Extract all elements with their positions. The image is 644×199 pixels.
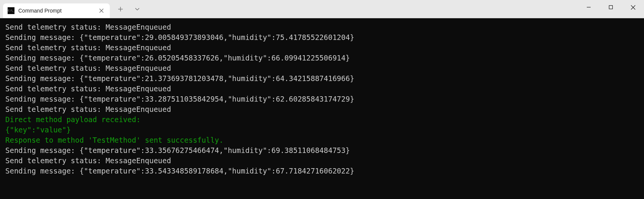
- terminal-line: Send telemetry status: MessageEnqueued: [5, 43, 639, 53]
- close-icon: [99, 8, 104, 13]
- terminal-line: Sending message: {"temperature":26.05205…: [5, 53, 639, 63]
- plus-icon: [118, 6, 123, 12]
- minimize-icon: [586, 5, 591, 10]
- terminal-line: Send telemetry status: MessageEnqueued: [5, 63, 639, 73]
- tab-close-button[interactable]: [98, 7, 105, 14]
- tab-actions: [110, 0, 145, 18]
- terminal-line: {"key":"value"}: [5, 125, 639, 135]
- terminal-line: Send telemetry status: MessageEnqueued: [5, 22, 639, 32]
- window-title-bar: Command Prompt: [0, 0, 644, 18]
- terminal-line: Sending message: {"temperature":33.54334…: [5, 166, 639, 176]
- tab-title: Command Prompt: [18, 8, 94, 14]
- maximize-button[interactable]: [600, 0, 622, 14]
- svg-rect-5: [609, 6, 613, 9]
- close-icon: [631, 5, 636, 10]
- terminal-line: Sending message: {"temperature":33.35676…: [5, 145, 639, 156]
- terminal-line: Response to method 'TestMethod' sent suc…: [5, 135, 639, 145]
- minimize-button[interactable]: [578, 0, 600, 14]
- terminal-line: Send telemetry status: MessageEnqueued: [5, 156, 639, 166]
- terminal-line: Sending message: {"temperature":21.37369…: [5, 73, 639, 84]
- tab-command-prompt[interactable]: Command Prompt: [3, 3, 110, 18]
- maximize-icon: [609, 5, 613, 10]
- window-controls: [578, 0, 644, 18]
- cmd-icon: [8, 7, 14, 14]
- tab-dropdown-button[interactable]: [130, 2, 145, 16]
- terminal-line: Send telemetry status: MessageEnqueued: [5, 104, 639, 115]
- terminal-output[interactable]: Send telemetry status: MessageEnqueuedSe…: [0, 18, 644, 199]
- terminal-line: Send telemetry status: MessageEnqueued: [5, 84, 639, 94]
- terminal-line: Sending message: {"temperature":33.28751…: [5, 94, 639, 104]
- tab-area: Command Prompt: [0, 0, 145, 18]
- terminal-line: Sending message: {"temperature":29.00584…: [5, 32, 639, 43]
- new-tab-button[interactable]: [113, 2, 128, 16]
- chevron-down-icon: [135, 8, 140, 11]
- terminal-line: Direct method payload received:: [5, 115, 639, 125]
- window-close-button[interactable]: [622, 0, 644, 14]
